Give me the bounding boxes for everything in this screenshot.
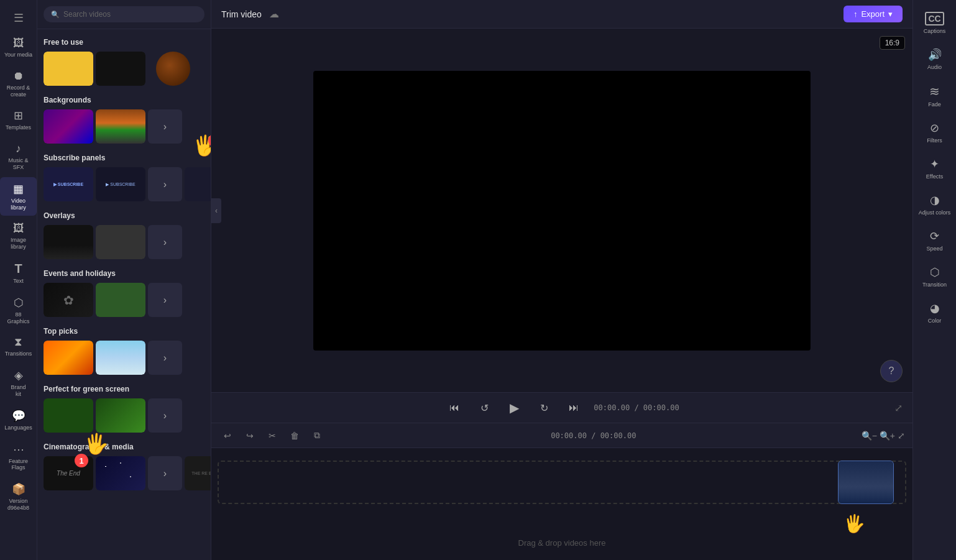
your-media-icon: 🖼 xyxy=(13,37,24,50)
timeline-clip[interactable] xyxy=(838,461,894,504)
right-tool-speed[interactable]: ⟳ Speed xyxy=(913,223,956,258)
help-button[interactable]: ? xyxy=(880,360,903,382)
thumb-green1[interactable] xyxy=(44,398,93,433)
thumb-cloud[interactable] xyxy=(96,341,145,375)
skip-to-start-btn[interactable]: ⏮ xyxy=(444,398,464,418)
sidebar-item-video-library[interactable]: ▦ Videolibrary xyxy=(0,177,37,216)
timeline-time-display: 00:00.00 / 00:00.00 xyxy=(331,431,857,440)
sidebar-item-feature-flags[interactable]: ⋯ FeatureFlags xyxy=(0,438,37,477)
right-tool-captions[interactable]: CC Captions xyxy=(913,6,956,40)
section-title-overlays: Overlays xyxy=(44,211,205,220)
thumb-landscape[interactable] xyxy=(96,109,145,144)
thumb-starry[interactable] xyxy=(96,456,145,490)
sidebar-item-templates[interactable]: ⊞ Templates xyxy=(0,104,37,136)
sidebar-item-record[interactable]: ⏺ Record &create xyxy=(0,65,37,103)
fade-icon: ≋ xyxy=(929,84,940,99)
sidebar-item-text[interactable]: T Text xyxy=(0,257,37,290)
step-forward-btn[interactable]: ↻ xyxy=(534,398,554,418)
expand-timeline-btn[interactable]: ⤢ xyxy=(894,402,903,414)
timeline-toolbar: ↩ ↪ ✂ 🗑 ⧉ 00:00.00 / 00:00.00 🔍− 🔍+ ⤢ xyxy=(211,423,912,448)
thumb-brown[interactable] xyxy=(148,52,198,86)
thumb-overlay2[interactable] xyxy=(96,225,145,259)
step-back-btn[interactable]: ↺ xyxy=(474,398,494,418)
top-bar: Trim video ☁ ↑ Export ▾ xyxy=(211,0,912,29)
zoom-out-btn[interactable]: 🔍− xyxy=(862,431,877,441)
play-pause-btn[interactable]: ▶ xyxy=(504,398,524,418)
right-tool-filters[interactable]: ⊘ Filters xyxy=(913,115,956,150)
thumb-purple-wave[interactable] xyxy=(44,109,93,144)
sidebar-item-version[interactable]: 📦 Versiond96e4b8 xyxy=(0,477,37,516)
right-tool-color[interactable]: ◕ Color xyxy=(913,295,956,330)
sidebar-item-label: Templates xyxy=(6,124,31,131)
effects-icon: ✦ xyxy=(930,157,939,171)
sidebar-item-music[interactable]: ♪ Music & SFX xyxy=(0,137,37,176)
filters-icon: ⊘ xyxy=(930,121,939,135)
events-more-btn[interactable]: › xyxy=(148,283,182,317)
right-tool-fade[interactable]: ≋ Fade xyxy=(913,78,956,114)
redo-btn[interactable]: ↪ xyxy=(241,427,259,444)
top-picks-more-btn[interactable]: › xyxy=(148,341,182,375)
thumb-subscribe2[interactable]: ▶ SUBSCRIBE xyxy=(96,167,145,201)
thumb-overlay-sub[interactable] xyxy=(185,167,211,201)
sidebar-item-graphics[interactable]: ⬡ 88Graphics xyxy=(0,291,37,330)
cut-btn[interactable]: ✂ xyxy=(264,427,281,444)
cinematography-more-btn[interactable]: › xyxy=(148,456,182,490)
right-tool-audio[interactable]: 🔊 Audio xyxy=(913,42,956,76)
speed-icon: ⟳ xyxy=(930,229,939,243)
thumb-cine[interactable]: THE RE B xyxy=(185,456,211,490)
captions-icon: CC xyxy=(925,12,944,25)
right-tool-adjust-colors[interactable]: ◑ Adjust colors xyxy=(913,187,956,222)
right-tool-effects[interactable]: ✦ Effects xyxy=(913,151,956,186)
thumb-dark[interactable] xyxy=(96,52,145,86)
fit-timeline-btn[interactable]: ⤢ xyxy=(898,431,905,441)
save-icon[interactable]: ☁ xyxy=(269,8,279,20)
thumb-green-event[interactable] xyxy=(96,283,145,317)
speed-label: Speed xyxy=(926,246,942,252)
page-title: Trim video xyxy=(221,9,262,19)
skip-to-end-btn[interactable]: ⏭ xyxy=(564,398,584,418)
sidebar-item-your-media[interactable]: 🖼 Your media xyxy=(0,32,37,63)
main-area: Trim video ☁ ↑ Export ▾ 16:9 ? ‹ ⏮ ↺ ▶ ↻… xyxy=(211,0,912,560)
sidebar-item-label: Languages xyxy=(4,425,32,431)
sidebar-item-brand[interactable]: ◈ Brandkit xyxy=(0,364,37,403)
thumb-flowers[interactable] xyxy=(44,283,93,317)
left-sidebar: ☰ 🖼 Your media ⏺ Record &create ⊞ Templa… xyxy=(0,0,37,560)
thumb-orange[interactable] xyxy=(44,341,93,375)
sidebar-item-label: Videolibrary xyxy=(11,198,26,211)
zoom-in-btn[interactable]: 🔍+ xyxy=(880,431,895,441)
clip-thumbnail xyxy=(839,461,893,503)
section-title-top-picks: Top picks xyxy=(44,327,205,336)
copy-btn[interactable]: ⧉ xyxy=(308,427,326,444)
sidebar-item-languages[interactable]: 💬 Languages xyxy=(0,404,37,436)
top-picks-grid: › xyxy=(44,341,205,375)
color-icon: ◕ xyxy=(930,301,940,315)
overlays-more-btn[interactable]: › xyxy=(148,225,182,259)
thumb-green2[interactable] xyxy=(96,398,145,433)
backgrounds-grid: › xyxy=(44,109,205,144)
sidebar-item-transitions[interactable]: ⧗ Transitions xyxy=(0,331,37,362)
hamburger-menu[interactable]: ☰ xyxy=(0,5,37,31)
timeline-area: ↩ ↪ ✂ 🗑 ⧉ 00:00.00 / 00:00.00 🔍− 🔍+ ⤢ Dr… xyxy=(211,423,912,560)
backgrounds-more-btn[interactable]: › xyxy=(148,109,182,144)
video-library-icon: ▦ xyxy=(13,182,24,196)
subscribe-more-btn[interactable]: › xyxy=(148,167,182,201)
right-tool-transition[interactable]: ⬡ Transition xyxy=(913,259,956,294)
timeline-track[interactable] xyxy=(218,461,906,504)
green-screen-more-btn[interactable]: › xyxy=(148,398,182,433)
search-input[interactable] xyxy=(63,10,197,19)
thumb-overlay1[interactable] xyxy=(44,225,93,259)
collapse-panel-btn[interactable]: ‹ xyxy=(211,198,221,223)
audio-label: Audio xyxy=(927,64,942,70)
sidebar-item-image-library[interactable]: 🖼 Imagelibrary xyxy=(0,217,37,255)
sidebar-item-label: Music & SFX xyxy=(2,157,34,171)
search-box[interactable]: 🔍 xyxy=(44,6,205,22)
undo-btn[interactable]: ↩ xyxy=(219,427,236,444)
languages-icon: 💬 xyxy=(12,409,25,423)
thumb-yellow[interactable] xyxy=(44,52,93,86)
export-button[interactable]: ↑ Export ▾ xyxy=(843,6,903,22)
delete-btn[interactable]: 🗑 xyxy=(286,427,303,444)
sidebar-item-label: Brandkit xyxy=(11,384,25,398)
filters-label: Filters xyxy=(927,137,942,144)
timeline-content: Drag & drop videos here 🖐 xyxy=(211,448,912,560)
thumb-subscribe1[interactable]: ▶ SUBSCRIBE xyxy=(44,167,93,201)
